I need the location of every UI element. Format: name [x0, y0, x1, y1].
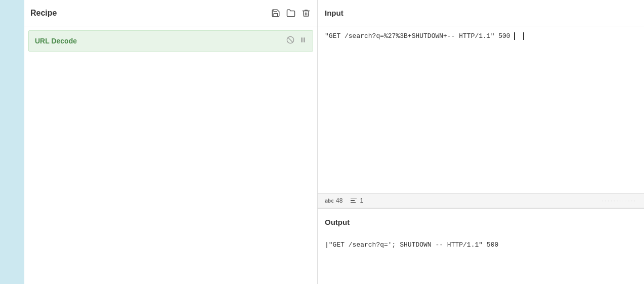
line-count: 1 [360, 197, 363, 204]
char-count: 48 [336, 197, 342, 204]
svg-rect-2 [302, 37, 303, 42]
status-bar: abc 48 1 ············ [318, 193, 644, 208]
line-count-item: 1 [351, 197, 363, 204]
left-sidebar [0, 0, 24, 284]
svg-rect-3 [304, 37, 305, 42]
input-header: Input [318, 0, 644, 26]
disable-icon[interactable] [286, 36, 294, 46]
char-count-item: abc 48 [325, 197, 342, 204]
abc-icon: abc [325, 198, 334, 204]
recipe-item-url-decode[interactable]: URL Decode [28, 30, 313, 52]
recipe-header-icons [271, 8, 311, 18]
recipe-title: Recipe [30, 9, 57, 18]
save-icon[interactable] [271, 8, 281, 18]
trash-icon[interactable] [301, 8, 311, 18]
input-title: Input [325, 9, 344, 17]
input-text-area[interactable]: "GET /search?q=%27%3B+SHUTDOWN+-- HTTP/1… [318, 26, 644, 193]
output-title: Output [325, 218, 350, 226]
right-panel: Input "GET /search?q=%27%3B+SHUTDOWN+-- … [318, 0, 644, 284]
recipe-header: Recipe [24, 0, 317, 26]
svg-line-1 [288, 37, 292, 42]
recipe-item-controls [286, 36, 307, 46]
output-section: Output |"GET /search?q='; SHUTDOWN -- HT… [318, 208, 644, 284]
output-header: Output [318, 209, 644, 235]
output-content: |"GET /search?q='; SHUTDOWN -- HTTP/1.1"… [325, 241, 498, 249]
output-text-area[interactable]: |"GET /search?q='; SHUTDOWN -- HTTP/1.1"… [318, 235, 644, 255]
resize-handle[interactable]: ············ [602, 198, 637, 204]
pause-icon[interactable] [299, 36, 307, 46]
lines-icon [351, 199, 357, 203]
folder-icon[interactable] [286, 8, 296, 18]
input-section: Input "GET /search?q=%27%3B+SHUTDOWN+-- … [318, 0, 644, 193]
recipe-panel: Recipe [24, 0, 318, 284]
recipe-item-name: URL Decode [35, 37, 77, 45]
input-content: "GET /search?q=%27%3B+SHUTDOWN+-- HTTP/1… [325, 32, 524, 40]
